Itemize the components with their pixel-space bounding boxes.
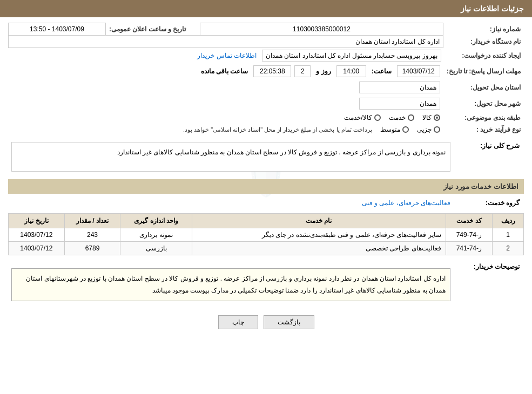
cell-radif: 2 [493, 242, 524, 255]
bazgasht-button[interactable]: بازگشت [264, 315, 314, 329]
tabaqe-khadamat-radio[interactable] [408, 114, 414, 121]
cell-name: سایر فعالیت‌های حرفه‌ای، علمی و فنی طبقه… [192, 228, 446, 242]
tabaqe-kala-khadamat-item: کالا/خدمت [344, 114, 380, 121]
cell-tarikh: 1403/07/12 [9, 242, 65, 255]
tarikh-label: تاریخ و ساعت اعلان عمومی: [106, 23, 190, 36]
shahr-tahvil-label: شهر محل تحویل: [443, 96, 524, 112]
shomara-label: شماره نیاز: [443, 23, 524, 36]
nooe-description: پرداخت تمام یا بخشی از مبلغ خریدار از مح… [183, 126, 372, 133]
chap-button[interactable]: چاپ [218, 315, 258, 329]
tabaqe-khadamat-item: خدمت [389, 114, 414, 121]
table-row: 1 ر-74-749 سایر فعالیت‌های حرفه‌ای، علمی… [9, 228, 524, 242]
tabaqe-kala-item: کالا [422, 114, 440, 121]
mohlat-roz-label: روز و [314, 67, 333, 75]
col-tarikh: تاریخ نیاز [9, 214, 65, 228]
nooe-motavaset-item: متوسط [380, 126, 409, 133]
sharh-label: شرح کلی نیاز: [454, 140, 524, 174]
gorooh-table: گروه خدمت: فعالیت‌های حرفه‌ای، علمی و فن… [8, 197, 524, 209]
tabaqe-kala-khadamat-label: کالا/خدمت [344, 114, 372, 121]
table-row: 2 ر-74-741 فعالیت‌های طراحی تخصصی بازرسی… [9, 242, 524, 255]
nooe-motavaset-label: متوسط [380, 126, 400, 133]
nooe-jozee-radio[interactable] [434, 126, 440, 133]
cell-radif: 1 [493, 228, 524, 242]
nooe-jozee-item: جزیی [417, 126, 440, 133]
tabaqe-kala-label: کالا [422, 114, 432, 121]
shomara-value: 1103003385000012 [200, 23, 443, 36]
content-area: 🛡️ شماره نیاز: 1103003385000012 تاریخ و … [0, 17, 532, 341]
sharh-table: شرح کلی نیاز: نمونه برداری و بازرسی از م… [8, 140, 524, 174]
ijad-konande-value: بهروز پیروبسی حسابدار مسئول اداره کل است… [262, 50, 441, 62]
col-radif: ردیف [493, 214, 524, 228]
col-name: نام خدمت [192, 214, 446, 228]
nooe-farayand-label: نوع فرآیند خرید : [443, 124, 524, 135]
nooe-jozee-label: جزیی [417, 126, 432, 133]
page-title: جزئیات اطلاعات نیاز [461, 4, 524, 13]
mohlat-saat: 14:00 [336, 65, 366, 77]
khadamat-section-header: اطلاعات خدمات مورد نیاز [8, 179, 524, 194]
cell-vahid: بازرسی [120, 242, 192, 255]
services-table: ردیف کد خدمت نام خدمت واحد اندازه گیری ت… [8, 213, 524, 255]
buttons-row: بازگشت چاپ [8, 315, 524, 329]
col-tedad: تعداد / مقدار [64, 214, 120, 228]
cell-name: فعالیت‌های طراحی تخصصی [192, 242, 446, 255]
tabaqe-kala-radio[interactable] [434, 114, 440, 121]
mohlat-label: مهلت ارسال پاسخ: تا تاریخ: [443, 63, 524, 79]
cell-tedad: 6789 [64, 242, 120, 255]
tabaqe-label: طبقه بندی موضوعی: [443, 112, 524, 124]
nooe-motavaset-radio[interactable] [402, 126, 409, 133]
mohlat-baqi: 22:05:38 [253, 65, 291, 77]
tabaqe-khadamat-label: خدمت [389, 114, 406, 121]
ostan-tahvil-value: همدان [359, 81, 440, 93]
tosifat-table: توصیحات خریدار: اداره کل استاندارد استان… [8, 261, 524, 309]
gorooh-khadamat-label: گروه خدمت: [454, 197, 524, 209]
tarikh-value: 1403/07/09 - 13:50 [9, 23, 106, 36]
page-header: جزئیات اطلاعات نیاز [0, 0, 532, 17]
tosifat-value: اداره کل استاندارد استان همدان در نظر دا… [11, 268, 450, 301]
tosifat-label: توصیحات خریدار: [454, 261, 524, 309]
mohlat-saat-label: ساعت: [369, 67, 394, 75]
cell-kod: ر-74-741 [446, 242, 493, 255]
shahr-tahvil-value: همدان [359, 98, 440, 110]
tabaqe-kala-khadamat-radio[interactable] [374, 114, 381, 121]
ostan-tahvil-label: استان محل تحویل: [443, 79, 524, 96]
cell-vahid: نمونه برداری [120, 228, 192, 242]
sharh-value: نمونه برداری و بازرسی از مراکز عرضه . تو… [11, 142, 450, 172]
page-wrapper: جزئیات اطلاعات نیاز 🛡️ شماره نیاز: 11030… [0, 0, 532, 394]
col-vahid: واحد اندازه گیری [120, 214, 192, 228]
cell-tarikh: 1403/07/12 [9, 228, 65, 242]
gorooh-khadamat-value[interactable]: فعالیت‌های حرفه‌ای، علمی و فنی [362, 199, 450, 207]
cell-kod: ر-74-749 [446, 228, 493, 242]
mohlat-baqi-label: ساعت باقی مانده [199, 67, 251, 75]
mohlat-date: 1403/07/12 [397, 65, 440, 77]
ijad-konande-label: ایجاد کننده درخواست: [443, 48, 524, 64]
mohlat-roz: 2 [294, 65, 311, 77]
col-kod: کد خدمت [446, 214, 493, 228]
nam-dastgah-value: اداره کل استاندارد استان همدان [9, 36, 443, 48]
cell-tedad: 243 [64, 228, 120, 242]
ettelaat-tamas-link[interactable]: اطلاعات تماس خریدار [197, 52, 257, 59]
info-table-top: شماره نیاز: 1103003385000012 تاریخ و ساع… [8, 23, 524, 135]
nam-dastgah-label: نام دستگاه خریدار: [443, 36, 524, 48]
